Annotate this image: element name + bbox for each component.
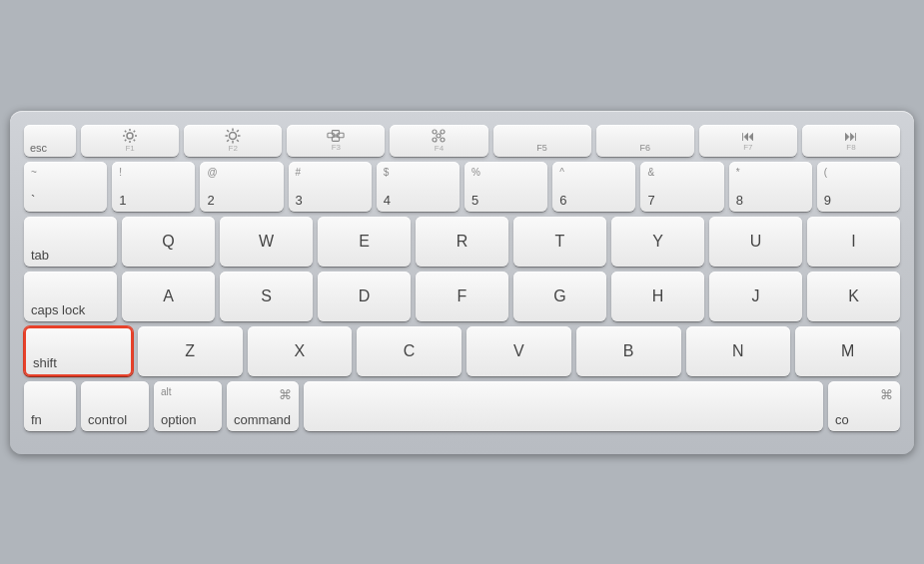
key-5-top: % [471,167,480,178]
bottom-row: fn control alt option ⌘ command ⌘ co [24,381,900,431]
key-n[interactable]: N [686,326,791,376]
svg-point-23 [441,130,445,134]
key-z[interactable]: Z [138,326,243,376]
key-y[interactable]: Y [611,217,704,267]
key-esc[interactable]: esc [24,125,76,157]
key-f1[interactable]: F1 [81,125,179,157]
key-f1-label: F1 [125,145,134,153]
key-w[interactable]: W [220,217,313,267]
key-u[interactable]: U [709,217,802,267]
key-c[interactable]: C [357,326,462,376]
key-8-top: * [736,167,740,178]
key-f8[interactable]: ⏭ F8 [802,125,900,157]
key-tab[interactable]: tab [24,217,117,267]
key-3[interactable]: # 3 [289,162,372,212]
key-8-bottom: 8 [736,194,743,207]
key-f2-label: F2 [229,145,238,153]
key-f-label: F [458,288,467,304]
key-r-label: R [457,234,468,250]
key-caps-lock[interactable]: caps lock [24,272,117,321]
key-d[interactable]: D [318,272,411,321]
key-9-top: ( [824,167,827,178]
key-f7[interactable]: ⏮ F7 [699,125,797,157]
key-backtick[interactable]: ~ ` [24,162,107,212]
key-option-label: option [161,413,196,426]
key-command-right[interactable]: ⌘ co [828,381,900,431]
key-t[interactable]: T [513,217,606,267]
key-s[interactable]: S [220,272,313,321]
key-r[interactable]: R [416,217,508,267]
zxcv-row: shift Z X C V B N M [24,326,900,376]
svg-point-0 [127,133,133,139]
key-f6[interactable]: F6 [596,125,694,157]
key-3-top: # [296,167,302,178]
key-1-bottom: 1 [119,194,126,207]
key-f3[interactable]: F3 [287,125,385,157]
key-b[interactable]: B [576,326,681,376]
key-f4[interactable]: F4 [390,125,487,157]
key-7-bottom: 7 [647,194,654,207]
key-i[interactable]: I [807,217,900,267]
key-x[interactable]: X [248,326,353,376]
key-f5[interactable]: F5 [493,125,591,157]
key-s-label: S [261,288,272,304]
key-m-label: M [841,343,854,359]
key-fn[interactable]: fn [24,381,76,431]
key-q[interactable]: Q [122,217,215,267]
key-v[interactable]: V [466,326,571,376]
svg-line-16 [237,130,239,132]
key-4[interactable]: $ 4 [377,162,460,212]
svg-point-22 [433,130,437,134]
key-f7-label: F7 [743,144,752,152]
key-f[interactable]: F [416,272,508,321]
key-f4-label: F4 [435,145,444,153]
key-m[interactable]: M [795,326,900,376]
key-7[interactable]: & 7 [640,162,723,212]
key-q-label: Q [162,234,174,250]
command-icon-right: ⌘ [880,387,893,402]
key-3-bottom: 3 [296,194,303,207]
key-option[interactable]: alt option [154,381,222,431]
key-y-label: Y [652,234,663,250]
key-f8-label: F8 [846,144,855,152]
key-j-label: J [752,288,760,304]
key-f2[interactable]: F2 [184,125,282,157]
key-6[interactable]: ^ 6 [552,162,635,212]
key-control[interactable]: control [81,381,149,431]
key-command-left-label: command [234,413,291,426]
key-command-left[interactable]: ⌘ command [227,381,299,431]
key-a-label: A [163,288,174,304]
key-k-label: K [848,288,859,304]
key-5[interactable]: % 5 [464,162,547,212]
command-icon-left: ⌘ [279,387,292,402]
key-h[interactable]: H [611,272,704,321]
key-w-label: W [259,234,274,250]
svg-line-14 [227,130,229,132]
svg-point-9 [230,132,237,139]
key-j[interactable]: J [709,272,802,321]
key-t-label: T [555,234,565,250]
key-c-label: C [404,343,416,359]
key-u-label: U [750,234,762,250]
brightness-down-icon [122,128,138,144]
key-g[interactable]: G [513,272,606,321]
key-a[interactable]: A [122,272,215,321]
key-1[interactable]: ! 1 [112,162,195,212]
mission-control-icon [327,129,345,143]
key-8[interactable]: * 8 [729,162,812,212]
key-z-label: Z [185,343,195,359]
key-command-right-label: co [835,413,849,426]
key-f3-label: F3 [332,144,341,152]
key-4-top: $ [384,167,390,178]
key-k[interactable]: K [807,272,900,321]
key-space[interactable] [304,381,823,431]
key-1-top: ! [119,167,122,178]
key-2[interactable]: @ 2 [200,162,283,212]
key-x-label: X [295,343,306,359]
key-v-label: V [513,343,524,359]
key-9[interactable]: ( 9 [817,162,900,212]
brightness-up-icon [224,128,242,144]
key-shift-left[interactable]: shift [24,326,133,376]
key-i-label: I [851,234,855,250]
key-e[interactable]: E [318,217,411,267]
